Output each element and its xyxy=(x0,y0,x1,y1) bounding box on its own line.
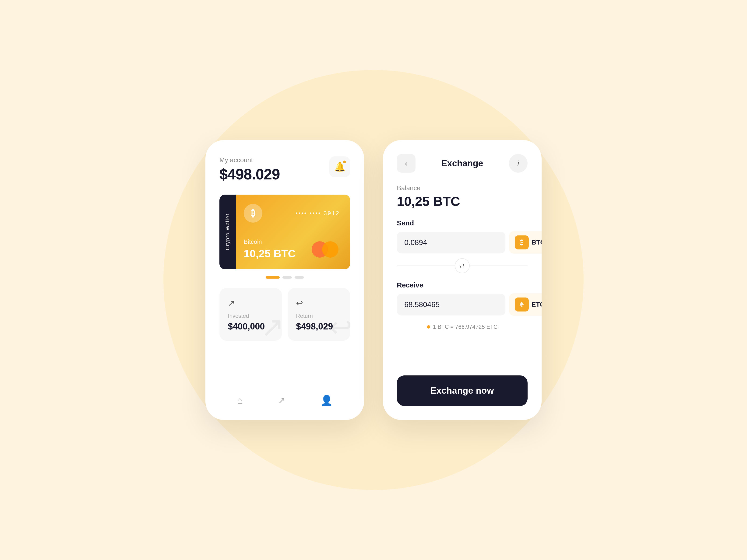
send-label: Send xyxy=(397,219,527,227)
indicator-inactive-2 xyxy=(294,276,304,278)
return-icon: ↩ xyxy=(296,298,342,308)
nav-profile[interactable]: 👤 xyxy=(313,392,340,408)
swap-divider: ⇄ xyxy=(397,258,527,273)
rate-dot xyxy=(427,325,430,328)
send-row: ₿ BTC ▾ xyxy=(397,231,527,254)
nav-home[interactable]: ⌂ xyxy=(230,393,250,408)
invested-card: ↗ Invested $400,000 ↗ xyxy=(220,288,282,341)
balance-label: Balance xyxy=(397,184,527,192)
phone-exchange: ‹ Exchange i Balance 10,25 BTC Send ₿ BT… xyxy=(383,140,542,420)
account-label: My account xyxy=(220,156,280,164)
rate-info: 1 BTC = 766.974725 ETC xyxy=(397,324,527,330)
card-number: •••• •••• 3912 xyxy=(295,210,340,216)
card-indicators xyxy=(220,276,350,278)
balance-amount: 10,25 BTC xyxy=(397,194,527,209)
back-button[interactable]: ‹ xyxy=(397,154,415,173)
send-amount-input[interactable] xyxy=(397,232,506,254)
chart-icon: ↗ xyxy=(278,395,285,405)
receive-row: ETC ▾ xyxy=(397,293,527,316)
btc-icon: ₿ xyxy=(244,204,262,222)
exchange-header: ‹ Exchange i xyxy=(397,154,527,173)
nav-chart[interactable]: ↗ xyxy=(271,393,292,408)
info-icon: i xyxy=(518,159,519,167)
svg-marker-0 xyxy=(520,302,524,306)
eth-coin-icon xyxy=(515,297,529,312)
receive-coin-label: ETC xyxy=(532,301,542,308)
bottom-nav: ⌂ ↗ 👤 xyxy=(220,388,350,408)
notification-dot xyxy=(343,160,346,164)
btc-coin-icon: ₿ xyxy=(515,235,529,249)
receive-coin-selector[interactable]: ETC ▾ xyxy=(509,293,542,316)
crypto-wallet-label: Crypto Wallet xyxy=(220,195,236,269)
account-info: My account $498.029 xyxy=(220,156,280,183)
account-header: My account $498.029 🔔 xyxy=(220,156,350,183)
invested-bg-icon: ↗ xyxy=(261,311,282,341)
receive-section: Receive ETC ▾ xyxy=(397,281,527,318)
info-button[interactable]: i xyxy=(509,154,527,173)
crypto-card: ₿ •••• •••• 3912 Bitcoin 10,25 BTC xyxy=(233,195,350,269)
account-balance: $498.029 xyxy=(220,166,280,183)
divider-right xyxy=(470,266,527,266)
rate-text: 1 BTC = 766.974725 ETC xyxy=(433,324,498,330)
card-coin-name: Bitcoin xyxy=(244,238,340,245)
exchange-title: Exchange xyxy=(441,158,483,168)
receive-amount-input[interactable] xyxy=(397,294,506,316)
return-bg-icon: ↩ xyxy=(329,311,350,341)
card-top: ₿ •••• •••• 3912 xyxy=(244,204,340,222)
profile-icon: 👤 xyxy=(320,395,333,406)
stats-row: ↗ Invested $400,000 ↗ ↩ Return $498,029 … xyxy=(220,288,350,341)
swap-button[interactable]: ⇄ xyxy=(455,258,470,273)
send-coin-selector[interactable]: ₿ BTC ▾ xyxy=(509,231,542,254)
crypto-card-container: Crypto Wallet ₿ •••• •••• 3912 Bitcoin 1… xyxy=(220,195,350,269)
return-card: ↩ Return $498,029 ↩ xyxy=(288,288,350,341)
invested-icon: ↗ xyxy=(228,298,274,308)
notification-button[interactable]: 🔔 xyxy=(329,156,350,177)
home-icon: ⌂ xyxy=(237,395,243,406)
wallet-label-text: Crypto Wallet xyxy=(225,213,231,250)
indicator-active xyxy=(266,276,280,278)
exchange-now-button[interactable]: Exchange now xyxy=(397,375,527,406)
receive-label: Receive xyxy=(397,281,527,289)
indicator-inactive-1 xyxy=(282,276,292,278)
card-amount: 10,25 BTC xyxy=(244,247,340,260)
send-section: Send ₿ BTC ▾ xyxy=(397,219,527,256)
balance-section: Balance 10,25 BTC xyxy=(397,184,527,209)
card-bottom: Bitcoin 10,25 BTC xyxy=(244,238,340,260)
divider-left xyxy=(397,266,455,266)
phone-account: My account $498.029 🔔 Crypto Wallet ₿ ••… xyxy=(205,140,364,420)
send-coin-label: BTC xyxy=(532,239,542,246)
phones-container: My account $498.029 🔔 Crypto Wallet ₿ ••… xyxy=(205,140,542,420)
